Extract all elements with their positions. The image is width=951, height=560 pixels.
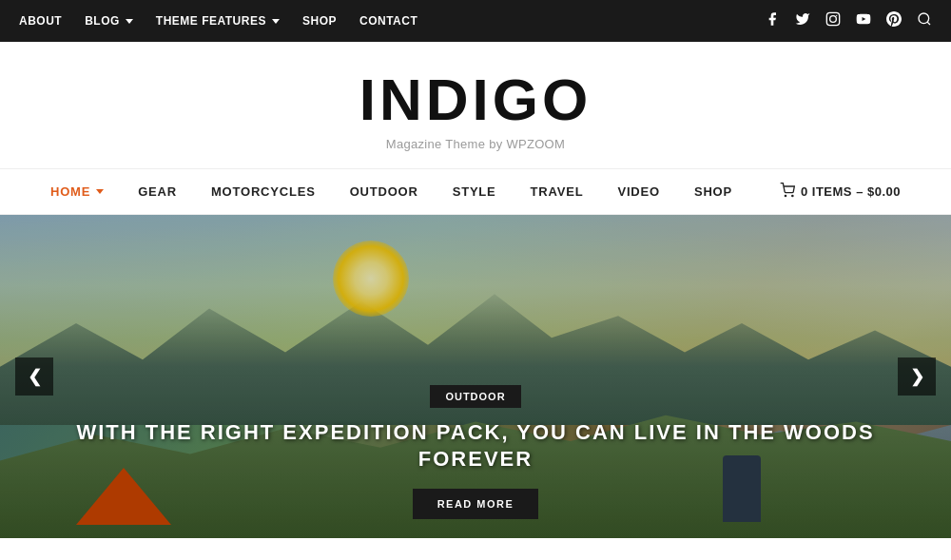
nav-item-shop[interactable]: SHOP xyxy=(302,14,337,28)
nav-item-home[interactable]: HOME xyxy=(33,171,121,212)
svg-point-6 xyxy=(785,195,786,196)
secondary-navigation: HOME GEAR MOTORCYCLES OUTDOOR STYLE TRAV… xyxy=(0,168,951,215)
svg-line-5 xyxy=(927,22,930,25)
slider-next-button[interactable]: ❯ xyxy=(898,357,936,396)
nav-item-style[interactable]: STYLE xyxy=(436,171,514,212)
chevron-down-icon xyxy=(96,189,104,194)
nav-item-motorcycles[interactable]: MOTORCYCLES xyxy=(194,171,333,212)
svg-rect-0 xyxy=(826,12,839,25)
site-tagline: Magazine Theme by WPZOOM xyxy=(19,137,932,151)
nav-item-contact[interactable]: CONTACT xyxy=(359,14,417,28)
chevron-down-icon xyxy=(738,189,746,194)
top-nav-right xyxy=(765,11,932,30)
top-nav-left: ABOUT BLOG THEME FEATURES SHOP CONTACT xyxy=(19,14,417,28)
nav-item-about[interactable]: ABOUT xyxy=(19,14,62,28)
search-icon[interactable] xyxy=(917,11,932,30)
facebook-icon[interactable] xyxy=(765,11,780,30)
hero-read-more-button[interactable]: READ MORE xyxy=(413,489,539,519)
cart-label: 0 ITEMS – $0.00 xyxy=(801,184,901,199)
site-title: INDIGO xyxy=(19,70,932,129)
cart-button[interactable]: 0 ITEMS – $0.00 xyxy=(763,169,918,214)
nav-item-video[interactable]: VIDEO xyxy=(600,171,676,212)
svg-point-2 xyxy=(836,15,837,16)
nav-item-gear[interactable]: GEAR xyxy=(121,171,194,212)
site-header: INDIGO Magazine Theme by WPZOOM xyxy=(0,42,951,168)
svg-point-4 xyxy=(919,13,929,24)
nav-item-outdoor[interactable]: OUTDOOR xyxy=(333,171,436,212)
nav-item-blog[interactable]: BLOG xyxy=(85,14,133,28)
pinterest-icon[interactable] xyxy=(886,11,902,30)
hero-category-badge[interactable]: OUTDOOR xyxy=(430,385,520,408)
hero-slider: ❮ ❯ OUTDOOR WITH THE RIGHT EXPEDITION PA… xyxy=(0,215,951,538)
nav-item-travel[interactable]: TRAVEL xyxy=(514,171,601,212)
top-navigation: ABOUT BLOG THEME FEATURES SHOP CONTACT xyxy=(0,0,951,42)
nav-item-shop-secondary[interactable]: SHOP xyxy=(677,171,763,212)
cart-icon xyxy=(780,183,795,201)
slider-prev-button[interactable]: ❮ xyxy=(15,357,53,396)
youtube-icon[interactable] xyxy=(856,11,871,30)
chevron-down-icon xyxy=(272,19,280,24)
svg-point-7 xyxy=(792,195,793,196)
twitter-icon[interactable] xyxy=(795,11,810,30)
hero-title: WITH THE RIGHT EXPEDITION PACK, YOU CAN … xyxy=(0,419,951,473)
nav-item-theme-features[interactable]: THEME FEATURES xyxy=(156,14,280,28)
chevron-down-icon xyxy=(126,19,133,24)
hero-content: OUTDOOR WITH THE RIGHT EXPEDITION PACK, … xyxy=(0,385,951,538)
svg-point-1 xyxy=(830,16,837,23)
instagram-icon[interactable] xyxy=(825,11,841,30)
